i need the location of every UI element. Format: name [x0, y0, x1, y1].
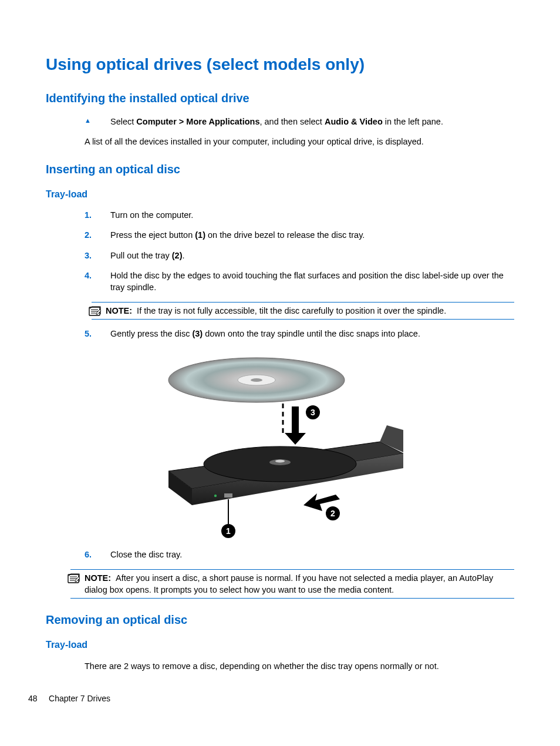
list-item: 3. Pull out the tray (2).	[85, 250, 514, 261]
note-box: NOTE:After you insert a disc, a short pa…	[70, 569, 514, 599]
step-number: 4.	[85, 270, 92, 281]
page-number: 48	[28, 694, 38, 703]
triangle-marker-icon: ▲	[85, 116, 91, 125]
note-icon	[67, 573, 81, 585]
svg-point-17	[214, 495, 217, 497]
numbered-list: 1. Turn on the computer. 2. Press the ej…	[85, 209, 514, 293]
numbered-list-cont2: 6. Close the disc tray.	[85, 549, 514, 560]
bullet-item: ▲ Select Computer > More Applications, a…	[85, 116, 514, 127]
section-heading-inserting: Inserting an optical disc	[46, 161, 514, 177]
step-number: 3.	[85, 250, 92, 261]
note-content: NOTE:After you insert a disc, a short pa…	[70, 572, 514, 596]
page-title: Using optical drives (select models only…	[46, 53, 514, 76]
list-item: 1. Turn on the computer.	[85, 209, 514, 221]
optical-drive-illustration: 3 1 2	[157, 348, 403, 542]
note-content: NOTE:If the tray is not fully accessible…	[92, 305, 514, 317]
subsection-heading-trayload: Tray-load	[46, 188, 514, 201]
step-number: 6.	[85, 549, 92, 560]
bullet-text: Select Computer > More Applications, and…	[110, 117, 443, 126]
list-item: 6. Close the disc tray.	[85, 549, 514, 560]
step-text: Gently press the disc (3) down onto the …	[110, 329, 420, 338]
callout-1: 1	[226, 526, 231, 536]
step-number: 2.	[85, 229, 92, 241]
callout-3: 3	[311, 408, 315, 417]
step-number: 1.	[85, 209, 92, 221]
note-icon	[88, 306, 102, 318]
note-label: NOTE:	[85, 573, 111, 583]
note-text: After you insert a disc, a short pause i…	[85, 573, 493, 594]
note-label: NOTE:	[106, 306, 132, 315]
svg-point-14	[275, 460, 285, 463]
note-box: NOTE:If the tray is not fully accessible…	[92, 302, 514, 320]
step-text: Press the eject button (1) on the drive …	[110, 230, 365, 240]
list-item: 2. Press the eject button (1) on the dri…	[85, 229, 514, 241]
step-text: Hold the disc by the edges to avoid touc…	[110, 271, 504, 292]
step-text: Close the disc tray.	[110, 550, 182, 559]
chapter-label: Chapter 7 Drives	[49, 694, 110, 703]
document-page: Using optical drives (select models only…	[0, 0, 560, 701]
note-text: If the tray is not fully accessible, til…	[137, 306, 446, 315]
subsection-heading-trayload2: Tray-load	[46, 639, 514, 651]
paragraph: There are 2 ways to remove a disc, depen…	[85, 660, 514, 672]
callout-2: 2	[330, 509, 335, 518]
bullet-list: ▲ Select Computer > More Applications, a…	[85, 116, 514, 127]
section-heading-removing: Removing an optical disc	[46, 611, 514, 628]
list-item: 5. Gently press the disc (3) down onto t…	[85, 328, 514, 340]
page-footer: 48 Chapter 7 Drives	[28, 693, 110, 705]
numbered-list-cont: 5. Gently press the disc (3) down onto t…	[85, 328, 514, 340]
step-number: 5.	[85, 328, 92, 340]
step-text: Pull out the tray (2).	[110, 251, 185, 260]
step-text: Turn on the computer.	[110, 210, 193, 220]
list-item: 4. Hold the disc by the edges to avoid t…	[85, 270, 514, 294]
section-heading-identifying: Identifying the installed optical drive	[46, 90, 514, 106]
svg-rect-16	[224, 493, 232, 498]
svg-point-6	[251, 378, 262, 382]
paragraph: A list of all the devices installed in y…	[85, 136, 514, 147]
